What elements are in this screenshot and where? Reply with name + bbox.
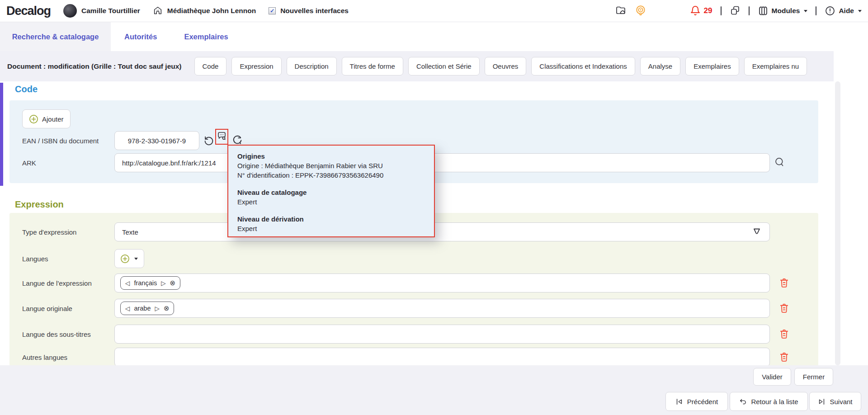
comment-info-button[interactable] bbox=[217, 131, 227, 143]
broadcast-icon bbox=[635, 5, 646, 16]
chip-move-left-icon[interactable]: ◁ bbox=[125, 305, 130, 312]
back-to-list-label: Retour à la liste bbox=[751, 398, 798, 406]
windows-button[interactable] bbox=[730, 5, 741, 17]
chip-move-left-icon[interactable]: ◁ bbox=[125, 279, 130, 287]
new-interfaces-toggle[interactable]: ✓ Nouvelles interfaces bbox=[269, 7, 349, 15]
language-subtitles-input[interactable] bbox=[114, 325, 770, 344]
folder-cloud-button[interactable] bbox=[616, 5, 627, 17]
add-code-button[interactable]: Ajouter bbox=[22, 109, 71, 128]
add-language-button[interactable] bbox=[114, 249, 144, 268]
delete-row-button[interactable] bbox=[778, 351, 789, 363]
delete-row-button[interactable] bbox=[778, 302, 789, 314]
skip-next-icon bbox=[818, 398, 826, 406]
library-menu[interactable]: Médiathèque John Lennon bbox=[153, 6, 256, 16]
chip-label: arabe bbox=[134, 305, 151, 312]
dropdown-button[interactable] bbox=[752, 227, 761, 237]
decalog-logo: Decalog bbox=[6, 4, 51, 18]
delete-row-button[interactable] bbox=[778, 328, 789, 340]
tooltip-id-line: N° d'identification : EPPK-7398667935636… bbox=[237, 170, 425, 180]
tooltip-origins-title: Origines bbox=[237, 151, 425, 161]
overlapping-windows-icon bbox=[730, 5, 741, 16]
previous-button[interactable]: Précédent bbox=[665, 392, 728, 411]
language-subtitles-label: Langue des sous-titres bbox=[22, 330, 91, 338]
next-label: Suivant bbox=[830, 398, 852, 406]
toolbar-button-collection-serie[interactable]: Collection et Série bbox=[408, 57, 480, 75]
ean-input[interactable] bbox=[114, 131, 199, 150]
language-original-field[interactable] bbox=[114, 299, 770, 318]
tooltip-derivation-title: Niveau de dérivation bbox=[237, 214, 425, 224]
expression-section-title: Expression bbox=[15, 199, 64, 210]
back-to-list-button[interactable]: Retour à la liste bbox=[730, 392, 808, 411]
top-bar: Decalog Camille Tourtillier Médiathèque … bbox=[0, 0, 868, 22]
undo-button[interactable] bbox=[203, 135, 215, 147]
notifications-button[interactable]: 29 bbox=[690, 5, 712, 16]
help-icon bbox=[825, 5, 835, 16]
user-name: Camille Tourtillier bbox=[81, 7, 140, 15]
divider bbox=[721, 6, 722, 15]
search-button[interactable] bbox=[774, 156, 786, 170]
trash-icon bbox=[779, 302, 789, 314]
delete-row-button[interactable] bbox=[778, 277, 789, 289]
toolbar-button-classifications[interactable]: Classifications et Indexations bbox=[531, 57, 635, 75]
document-title: Document : modification (Grille : Tout d… bbox=[7, 62, 182, 71]
search-icon bbox=[774, 156, 786, 169]
toolbar-button-code[interactable]: Code bbox=[194, 57, 227, 75]
tab-label: Autorités bbox=[124, 33, 157, 41]
trash-icon bbox=[779, 328, 789, 340]
chip-move-right-icon[interactable]: ▷ bbox=[155, 305, 159, 312]
comment-search-icon bbox=[217, 131, 227, 141]
tab-label: Recherche & catalogage bbox=[12, 33, 99, 41]
expression-type-input[interactable] bbox=[114, 222, 770, 241]
close-button[interactable]: Fermer bbox=[794, 368, 833, 386]
toolbar-button-oeuvres[interactable]: Oeuvres bbox=[485, 57, 527, 75]
trash-icon bbox=[779, 351, 789, 363]
chip-move-right-icon[interactable]: ▷ bbox=[161, 279, 165, 287]
chevron-down-icon bbox=[858, 10, 862, 12]
checkbox-checked-icon[interactable]: ✓ bbox=[269, 7, 276, 14]
avatar[interactable] bbox=[63, 4, 77, 18]
plus-circle-icon bbox=[120, 254, 130, 264]
tooltip-spacer bbox=[237, 180, 425, 188]
help-menu[interactable]: Aide bbox=[825, 5, 862, 16]
modules-menu[interactable]: Modules bbox=[758, 5, 808, 16]
expression-type-label: Type d'expression bbox=[22, 228, 76, 236]
other-languages-label: Autres langues bbox=[22, 354, 67, 361]
validate-label: Valider bbox=[762, 373, 783, 381]
tab-autorites[interactable]: Autorités bbox=[111, 22, 170, 51]
code-section-title: Code bbox=[15, 84, 38, 94]
toolbar-button-titres-de-forme[interactable]: Titres de forme bbox=[342, 57, 403, 75]
language-expression-field[interactable] bbox=[114, 274, 770, 292]
next-button[interactable]: Suivant bbox=[809, 392, 861, 411]
tab-exemplaires[interactable]: Exemplaires bbox=[170, 22, 241, 51]
chip-remove-icon[interactable]: ⊗ bbox=[164, 304, 170, 312]
chevron-down-icon bbox=[804, 10, 807, 12]
validate-button[interactable]: Valider bbox=[753, 368, 791, 386]
user-menu[interactable]: Camille Tourtillier bbox=[63, 4, 140, 18]
broadcast-button[interactable] bbox=[635, 5, 646, 18]
toolbar-button-analyse[interactable]: Analyse bbox=[640, 57, 680, 75]
close-label: Fermer bbox=[803, 373, 825, 381]
tab-recherche-catalogage[interactable]: Recherche & catalogage bbox=[0, 22, 111, 51]
toolbar-button-exemplaires-numeriques[interactable]: Exemplaires nu bbox=[744, 57, 807, 75]
record-info-tooltip: Origines Origine : Médiathèque Benjamin … bbox=[227, 145, 435, 237]
scrollbar[interactable] bbox=[835, 81, 840, 365]
toolbar-button-exemplaires[interactable]: Exemplaires bbox=[685, 57, 739, 75]
tooltip-cataloging-title: Niveau de catalogage bbox=[237, 188, 425, 197]
notification-count: 29 bbox=[704, 6, 712, 15]
chip-label: français bbox=[134, 279, 157, 287]
language-chip-arabe: ◁ arabe ▷ ⊗ bbox=[120, 302, 174, 315]
return-arrow-icon bbox=[739, 398, 747, 406]
toolbar-button-description[interactable]: Description bbox=[287, 57, 337, 75]
skip-previous-icon bbox=[675, 398, 683, 406]
other-languages-input[interactable] bbox=[114, 348, 770, 367]
section-accent-bar bbox=[0, 83, 3, 186]
toolbar-button-expression[interactable]: Expression bbox=[231, 57, 281, 75]
language-chip-francais: ◁ français ▷ ⊗ bbox=[120, 276, 180, 290]
ark-input[interactable] bbox=[114, 153, 770, 172]
document-toolbar: Document : modification (Grille : Tout d… bbox=[0, 51, 834, 81]
chip-remove-icon[interactable]: ⊗ bbox=[170, 279, 176, 287]
divider bbox=[816, 6, 816, 15]
comment-icon-highlight bbox=[215, 129, 228, 145]
bell-icon bbox=[690, 5, 701, 16]
ean-label: EAN / ISBN du document bbox=[22, 137, 99, 145]
